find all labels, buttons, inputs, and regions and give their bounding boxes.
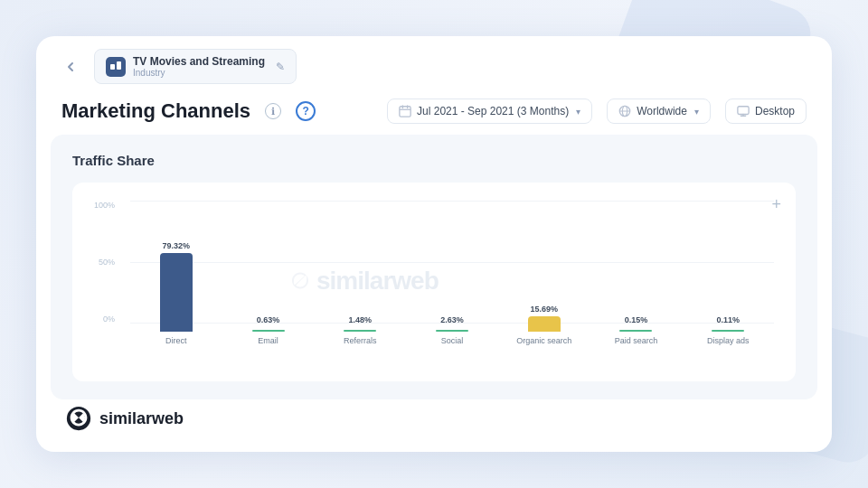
bar-group-email[interactable]: 0.63%Email	[222, 201, 315, 345]
edit-icon[interactable]: ✎	[276, 61, 285, 73]
y-axis: 100% 50% 0%	[94, 201, 120, 324]
bar-group-social[interactable]: 2.63%Social	[406, 201, 498, 345]
svg-rect-5	[738, 107, 749, 115]
bar-group-display_ads[interactable]: 0.11%Display ads	[682, 201, 774, 345]
bar-pct-email: 0.63%	[257, 315, 280, 324]
bar-underline-referrals	[344, 330, 376, 332]
bar-pct-direct: 79.32%	[163, 241, 191, 250]
y-label-0: 0%	[103, 314, 115, 324]
bar-label-organic_search: Organic search	[516, 336, 571, 345]
region-filter[interactable]: Worldwide ▾	[607, 99, 711, 124]
breadcrumb-item[interactable]: TV Movies and Streaming Industry ✎	[94, 49, 297, 84]
y-label-100: 100%	[94, 201, 115, 210]
sw-logo-text: similarweb	[99, 409, 184, 428]
region-filter-label: Worldwide	[637, 105, 687, 117]
bar-social	[436, 327, 468, 329]
region-dropdown-arrow: ▾	[694, 107, 699, 117]
device-filter-label: Desktop	[755, 105, 795, 117]
bar-pct-display_ads: 0.11%	[716, 315, 740, 324]
bar-display_ads	[712, 327, 744, 329]
chart-container: + similarweb 100% 50% 0%	[72, 183, 796, 381]
svg-rect-1	[117, 61, 121, 70]
filter-group: Jul 2021 - Sep 2021 (3 Months) ▾ Worldwi…	[387, 99, 807, 124]
bottom-logo: similarweb	[65, 405, 184, 432]
breadcrumb-subtitle: Industry	[133, 68, 265, 78]
date-filter-label: Jul 2021 - Sep 2021 (3 Months)	[417, 105, 569, 117]
bar-pct-referrals: 1.48%	[349, 315, 373, 324]
y-label-50: 50%	[99, 258, 115, 267]
svg-rect-0	[110, 64, 115, 70]
help-icon[interactable]: ?	[296, 101, 316, 121]
bar-label-direct: Direct	[165, 336, 187, 345]
bar-underline-display_ads	[712, 330, 744, 332]
page-title: Marketing Channels	[61, 99, 250, 123]
page-header: Marketing Channels ℹ ? Jul 2021 - Sep 20…	[36, 84, 832, 135]
section-title: Traffic Share	[72, 153, 796, 168]
bar-underline-email	[252, 330, 285, 332]
main-card: TV Movies and Streaming Industry ✎ Marke…	[36, 36, 832, 452]
bar-pct-social: 2.63%	[440, 315, 464, 324]
bar-label-display_ads: Display ads	[707, 336, 750, 345]
bar-chart: 100% 50% 0% 79.32%Direct0.63%Email1.48%R…	[94, 201, 774, 345]
bar-organic_search	[528, 316, 561, 332]
bar-underline-social	[436, 330, 468, 332]
device-filter[interactable]: Desktop	[725, 99, 807, 124]
bar-group-referrals[interactable]: 1.48%Referrals	[314, 201, 406, 345]
bar-label-paid_search: Paid search	[615, 336, 658, 345]
breadcrumb-icon	[106, 57, 126, 77]
bar-group-direct[interactable]: 79.32%Direct	[130, 201, 222, 345]
bar-label-social: Social	[441, 336, 464, 345]
breadcrumb-title: TV Movies and Streaming	[133, 55, 265, 68]
bar-direct	[160, 253, 193, 332]
sw-logo-svg	[65, 405, 92, 432]
top-nav: TV Movies and Streaming Industry ✎	[36, 36, 832, 84]
info-icon[interactable]: ℹ	[265, 103, 281, 119]
bar-pct-organic_search: 15.69%	[530, 305, 558, 314]
bar-email	[252, 327, 285, 329]
bar-underline-paid_search	[619, 330, 652, 332]
date-dropdown-arrow: ▾	[576, 107, 580, 117]
bar-label-referrals: Referrals	[344, 336, 377, 345]
bar-paid_search	[619, 327, 652, 329]
bar-group-paid_search[interactable]: 0.15%Paid search	[590, 201, 683, 345]
bar-referrals	[344, 327, 376, 329]
bar-pct-paid_search: 0.15%	[625, 315, 648, 324]
bar-label-email: Email	[258, 336, 278, 345]
back-button[interactable]	[58, 54, 83, 80]
breadcrumb-text: TV Movies and Streaming Industry	[133, 55, 265, 78]
date-filter[interactable]: Jul 2021 - Sep 2021 (3 Months) ▾	[387, 99, 592, 124]
svg-rect-2	[400, 107, 410, 117]
content-area: Traffic Share + similarweb 100% 50% 0%	[51, 135, 817, 399]
bar-group-organic_search[interactable]: 15.69%Organic search	[498, 201, 590, 345]
